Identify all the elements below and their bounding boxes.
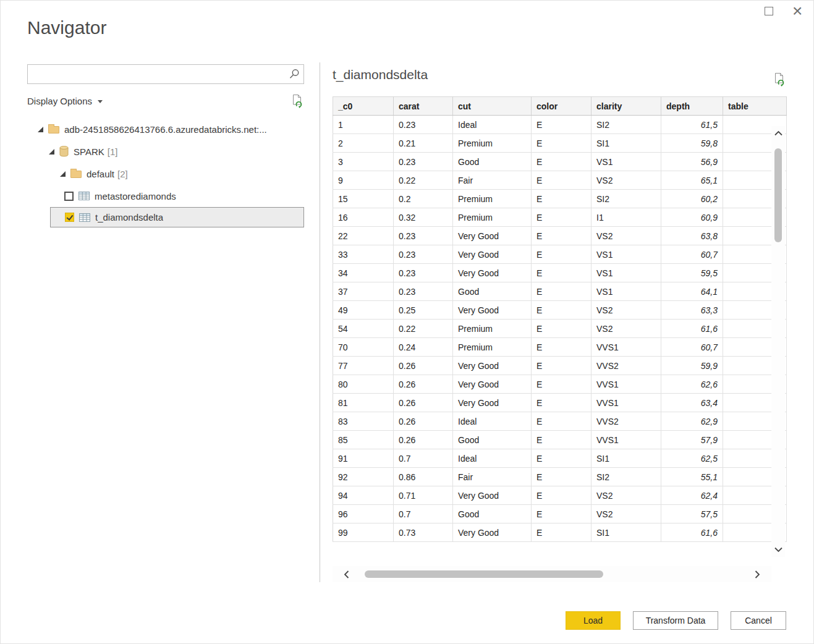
table-row: 49 0.25 Very Good E VS2 63,3 — [333, 301, 787, 320]
cell-c0: 34 — [333, 264, 394, 282]
column-header: table — [723, 97, 787, 116]
cell-clarity: SI1 — [591, 134, 661, 153]
cell-cut: Premium — [453, 320, 532, 338]
table-row: 1 0.23 Ideal E SI2 61,5 — [333, 116, 787, 134]
cell-carat: 0.86 — [394, 468, 453, 486]
cell-clarity: VVS1 — [591, 338, 661, 357]
cell-depth: 62,9 — [661, 412, 723, 431]
cell-color: E — [532, 375, 591, 394]
tree-item-schema-default[interactable]: default [2] — [27, 163, 304, 185]
options-row: Display Options — [27, 93, 304, 109]
cell-c0: 16 — [333, 208, 394, 227]
folder-icon — [70, 171, 82, 178]
table-row: 81 0.26 Very Good E VVS1 63,4 — [333, 394, 787, 412]
table-row: 34 0.23 Very Good E VS1 59,5 — [333, 264, 787, 282]
cell-carat: 0.23 — [394, 227, 453, 245]
scroll-right-icon[interactable] — [755, 570, 760, 578]
cell-carat: 0.26 — [394, 412, 453, 431]
cell-cut: Very Good — [453, 301, 532, 320]
scroll-left-icon[interactable] — [344, 570, 349, 578]
display-options-label: Display Options — [27, 96, 92, 106]
expand-icon[interactable] — [49, 149, 54, 155]
tree-item-database-spark[interactable]: SPARK [1] — [27, 140, 304, 163]
cell-carat: 0.24 — [394, 338, 453, 357]
cell-clarity: VS1 — [591, 153, 661, 171]
cell-carat: 0.23 — [394, 116, 453, 134]
cancel-button[interactable]: Cancel — [731, 611, 786, 630]
cell-color: E — [532, 523, 591, 542]
maximize-button[interactable] — [765, 7, 773, 15]
cell-color: E — [532, 505, 591, 523]
cell-carat: 0.7 — [394, 505, 453, 523]
cell-color: E — [532, 208, 591, 227]
cell-depth: 57,5 — [661, 505, 723, 523]
cell-carat: 0.23 — [394, 282, 453, 301]
cell-clarity: SI2 — [591, 190, 661, 208]
close-button[interactable]: × — [792, 1, 802, 22]
cell-carat: 0.73 — [394, 523, 453, 542]
transform-data-button[interactable]: Transform Data — [633, 611, 718, 630]
display-options-dropdown[interactable]: Display Options — [27, 96, 103, 106]
column-header: cut — [453, 97, 532, 116]
cell-c0: 91 — [333, 449, 394, 468]
cell-clarity: VS1 — [591, 264, 661, 282]
cell-cut: Very Good — [453, 245, 532, 264]
cell-clarity: VVS2 — [591, 357, 661, 375]
cell-cut: Good — [453, 431, 532, 449]
folder-icon — [48, 126, 59, 133]
cell-depth: 61,6 — [661, 320, 723, 338]
dialog-title: Navigator — [27, 17, 106, 38]
panel-divider — [320, 62, 320, 582]
database-icon — [59, 146, 69, 157]
preview-table: _c0caratcutcolorclaritydepthtable 1 0.23… — [333, 96, 787, 542]
vertical-scrollbar[interactable] — [771, 126, 785, 557]
vertical-scroll-thumb[interactable] — [774, 148, 782, 242]
cell-cut: Good — [453, 282, 532, 301]
cell-carat: 0.71 — [394, 486, 453, 505]
scroll-down-icon[interactable] — [774, 547, 782, 553]
horizontal-scroll-thumb[interactable] — [365, 570, 603, 578]
cell-depth: 60,9 — [661, 208, 723, 227]
cell-depth: 63,8 — [661, 227, 723, 245]
cell-clarity: VVS1 — [591, 375, 661, 394]
tree-item-label: metastorediamonds — [95, 191, 176, 201]
expand-icon[interactable] — [60, 171, 66, 177]
cell-c0: 3 — [333, 153, 394, 171]
cell-clarity: I1 — [591, 208, 661, 227]
cell-depth: 64,1 — [661, 282, 723, 301]
tree-item-label: t_diamondsdelta — [95, 212, 163, 222]
checkbox-unchecked[interactable] — [64, 192, 74, 201]
tree-item-t-diamondsdelta[interactable]: t_diamondsdelta — [50, 207, 304, 227]
search-icon[interactable] — [285, 69, 303, 80]
cell-depth: 62,6 — [661, 375, 723, 394]
tree-item-label: adb-2451858626413766.6.azuredatabricks.n… — [64, 124, 267, 135]
scroll-up-icon[interactable] — [774, 130, 782, 136]
table-row: 33 0.23 Very Good E VS1 60,7 — [333, 245, 787, 264]
cell-c0: 80 — [333, 375, 394, 394]
tree-item-count: [2] — [117, 169, 128, 179]
cell-color: E — [532, 264, 591, 282]
cell-c0: 81 — [333, 394, 394, 412]
cell-clarity: VS1 — [591, 282, 661, 301]
expand-icon[interactable] — [38, 127, 43, 132]
cell-c0: 9 — [333, 171, 394, 190]
checkbox-checked[interactable] — [65, 213, 74, 222]
cell-color: E — [532, 171, 591, 190]
cell-carat: 0.21 — [394, 134, 453, 153]
cell-color: E — [532, 301, 591, 320]
load-button[interactable]: Load — [566, 611, 621, 630]
refresh-icon[interactable] — [291, 94, 304, 108]
tree-item-metastorediamonds[interactable]: metastorediamonds — [27, 185, 304, 207]
cell-color: E — [532, 190, 591, 208]
tree-item-server[interactable]: adb-2451858626413766.6.azuredatabricks.n… — [27, 118, 304, 140]
cell-cut: Ideal — [453, 412, 532, 431]
column-header: carat — [394, 97, 453, 116]
horizontal-scrollbar[interactable] — [333, 566, 771, 582]
cell-depth: 65,1 — [661, 171, 723, 190]
table-row: 37 0.23 Good E VS1 64,1 — [333, 282, 787, 301]
search-input[interactable] — [28, 65, 285, 83]
cell-c0: 54 — [333, 320, 394, 338]
refresh-preview-icon[interactable] — [773, 72, 786, 87]
cell-clarity: SI1 — [591, 449, 661, 468]
cell-c0: 15 — [333, 190, 394, 208]
